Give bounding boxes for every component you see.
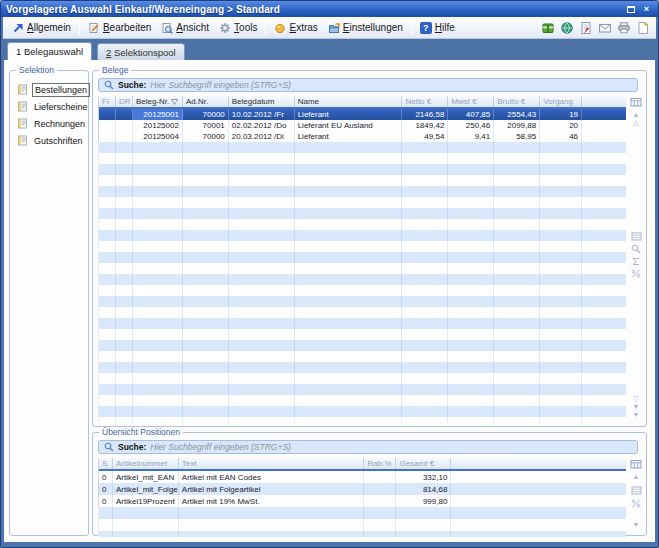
sidebar-item-lieferscheine[interactable]: Lieferscheine xyxy=(14,98,86,115)
belege-table-header: FI DR Beleg-Nr. Ad.Nr. Belegdatum Name N… xyxy=(99,96,626,109)
sidebar-item-rechnungen[interactable]: Rechnungen xyxy=(14,115,86,132)
menu-separator xyxy=(411,21,412,35)
sidebar-item-bestellungen[interactable]: Bestellungen xyxy=(14,81,86,98)
positionen-group: Übersicht Positionen Suche: Hier Suchbeg… xyxy=(92,432,647,536)
belege-group-label: Belege xyxy=(99,65,131,75)
menu-extras[interactable]: Extras xyxy=(269,20,322,36)
column-chooser-icon[interactable] xyxy=(630,459,642,469)
scroll-bottom-icon[interactable]: ▼ xyxy=(633,403,640,411)
col-beleg-nr[interactable]: Beleg-Nr. xyxy=(133,96,183,107)
scroll-up-icon[interactable]: ▲ xyxy=(633,473,640,481)
col-dr[interactable]: DR xyxy=(116,96,133,107)
table-row[interactable]: 0 Artikel19Prozent Artikel mit 19% MwSt.… xyxy=(99,495,626,507)
menu-bearbeiten[interactable]: Bearbeiten xyxy=(83,20,156,36)
restore-button[interactable] xyxy=(624,4,637,15)
search-placeholder: Hier Suchbegriff eingeben (STRG+S) xyxy=(150,80,291,90)
document-icon xyxy=(17,84,28,95)
new-document-icon[interactable] xyxy=(636,21,650,35)
globe-icon[interactable] xyxy=(560,21,574,35)
scroll-top-icon[interactable]: ▲ xyxy=(633,111,640,119)
tab-belegauswahl[interactable]: 1 Belegauswahl xyxy=(7,42,92,60)
col-brutto[interactable]: Brutto € xyxy=(494,96,540,107)
positionen-table: S Artikelnummer Text Rab.% Gesamt € 0 Ar… xyxy=(98,458,626,507)
positionen-search-field[interactable]: Suche: Hier Suchbegriff eingeben (STRG+S… xyxy=(98,440,638,454)
document-edit-icon[interactable] xyxy=(579,21,593,35)
sort-icon xyxy=(171,99,178,105)
menu-ansicht[interactable]: Ansicht xyxy=(156,20,214,36)
mail-icon[interactable] xyxy=(598,21,612,35)
search-label: Suche: xyxy=(118,442,146,452)
col-gesamt[interactable]: Gesamt € xyxy=(396,458,451,469)
search-icon xyxy=(104,80,114,90)
sum-icon[interactable] xyxy=(631,257,641,266)
extras-icon xyxy=(274,22,286,34)
col-s[interactable]: S xyxy=(99,458,113,469)
settings-icon xyxy=(328,22,340,34)
col-fi[interactable]: FI xyxy=(99,96,116,107)
belege-table: FI DR Beleg-Nr. Ad.Nr. Belegdatum Name N… xyxy=(98,96,626,142)
col-mwst[interactable]: Mwst € xyxy=(448,96,494,107)
document-icon xyxy=(17,101,28,112)
help-icon: ? xyxy=(420,22,432,34)
menu-allgemein[interactable]: Allgemein xyxy=(7,20,76,36)
col-netto[interactable]: Netto € xyxy=(402,96,448,107)
selektion-group-label: Selektion xyxy=(16,65,57,75)
col-rab[interactable]: Rab.% xyxy=(364,458,396,469)
col-ad-nr[interactable]: Ad.Nr. xyxy=(183,96,229,107)
search-icon xyxy=(104,442,114,452)
view-icon xyxy=(161,22,173,34)
positionen-group-label: Übersicht Positionen xyxy=(99,427,183,437)
menu-tools[interactable]: Tools xyxy=(214,20,262,36)
quick-toolbar xyxy=(541,21,652,35)
belege-group: Belege Suche: Hier Suchbegriff eingeben … xyxy=(92,70,647,427)
scroll-up-icon[interactable]: △ xyxy=(633,119,638,127)
grid-controls: ▲ △ ▽ ▼ ▼ xyxy=(628,96,644,421)
gear-icon xyxy=(219,22,231,34)
selektion-group: Selektion Bestellungen Lieferscheine Rec… xyxy=(9,70,89,536)
tab-selektionspool[interactable]: 2 Selektionspool xyxy=(97,43,185,60)
percent-icon[interactable] xyxy=(631,499,641,508)
title-bar: Vorgelagerte Auswahl Einkauf/Wareneingan… xyxy=(1,1,658,17)
search-label: Suche: xyxy=(118,80,146,90)
column-chooser-icon[interactable] xyxy=(630,97,642,107)
menu-hilfe[interactable]: ? Hilfe xyxy=(415,20,460,36)
document-icon xyxy=(17,118,28,129)
col-artikelnummer[interactable]: Artikelnummer xyxy=(113,458,179,469)
document-icon xyxy=(17,135,28,146)
scroll-down-icon[interactable]: ▼ xyxy=(633,521,640,529)
zoom-icon[interactable] xyxy=(631,244,641,254)
table-row[interactable]: 0 Artikel_mit_Folgeartikel Artikel mit F… xyxy=(99,483,626,495)
menu-bar: Allgemein Bearbeiten Ansicht Tools Extra… xyxy=(3,17,656,39)
scroll-down-icon[interactable]: ▽ xyxy=(633,395,638,403)
percent-icon[interactable] xyxy=(631,269,641,278)
table-row[interactable]: 20125002 70001 02.02.2012 /Do Lieferant … xyxy=(99,120,626,131)
col-belegdatum[interactable]: Belegdatum xyxy=(229,96,295,107)
list-view-icon[interactable] xyxy=(631,486,642,495)
package-icon[interactable] xyxy=(541,21,555,35)
menu-einstellungen[interactable]: Einstellungen xyxy=(323,20,408,36)
table-row[interactable]: 20125001 70000 10.02.2012 /Fr Lieferant … xyxy=(99,109,626,120)
empty-rows xyxy=(98,142,626,422)
table-row[interactable]: 20125004 70000 20.03.2012 /Di Lieferant … xyxy=(99,131,626,142)
grid-controls: ▲ ▼ xyxy=(628,458,644,531)
window-title: Vorgelagerte Auswahl Einkauf/Wareneingan… xyxy=(6,4,621,15)
sidebar-item-gutschriften[interactable]: Gutschriften xyxy=(14,132,86,149)
app-window: Vorgelagerte Auswahl Einkauf/Wareneingan… xyxy=(0,0,659,548)
content-area: Selektion Bestellungen Lieferscheine Rec… xyxy=(4,60,655,542)
empty-rows xyxy=(98,507,626,537)
list-view-icon[interactable] xyxy=(631,232,642,241)
positionen-table-header: S Artikelnummer Text Rab.% Gesamt € xyxy=(99,458,626,471)
printer-icon[interactable] xyxy=(617,21,631,35)
close-button[interactable]: × xyxy=(640,4,653,15)
col-name[interactable]: Name xyxy=(295,96,403,107)
belege-search-field[interactable]: Suche: Hier Suchbegriff eingeben (STRG+S… xyxy=(98,78,638,92)
arrow-ne-icon xyxy=(12,22,24,34)
col-text[interactable]: Text xyxy=(179,458,365,469)
col-vorgang[interactable]: Vorgang xyxy=(540,96,582,107)
edit-icon xyxy=(88,22,100,34)
table-row[interactable]: 0 Artikel_mit_EAN Artikel mit EAN Codes … xyxy=(99,471,626,483)
close-icon: × xyxy=(644,4,649,14)
scroll-end-icon[interactable]: ▼ xyxy=(633,411,640,419)
search-placeholder: Hier Suchbegriff eingeben (STRG+S) xyxy=(150,442,291,452)
menu-separator xyxy=(79,21,80,35)
